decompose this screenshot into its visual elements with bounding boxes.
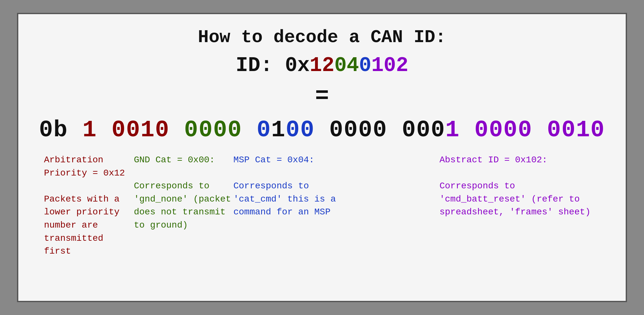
bin-0000-1: 0000 (184, 117, 257, 143)
desc-msp-body: Corresponds to 'cat_cmd' this is a comma… (233, 180, 336, 219)
bin-0: 0 (257, 117, 271, 143)
desc-abstract-body: Corresponds to 'cmd_batt_reset' (refer t… (439, 180, 600, 219)
desc-gnd-heading: GND Cat = 0x00: (134, 154, 233, 167)
bin-1-black: 1 (271, 117, 286, 143)
bin-00: 00 (286, 117, 329, 143)
id-part-04: 04 (334, 54, 359, 77)
desc-abstract-heading: Abstract ID = 0x102: (439, 154, 600, 167)
id-display: ID: 0x12040102 (38, 54, 606, 77)
spacer (336, 154, 439, 258)
bin-1-purple: 1 (445, 117, 474, 143)
desc-arb-heading: Arbitration Priority = 0x12 (44, 154, 134, 180)
desc-arb: Arbitration Priority = 0x12 Packets with… (44, 154, 134, 258)
desc-msp: MSP Cat = 0x04: Corresponds to 'cat_cmd'… (233, 154, 336, 258)
main-card: How to decode a CAN ID: ID: 0x12040102 =… (17, 13, 627, 302)
page-title: How to decode a CAN ID: (38, 27, 606, 48)
bin-1: 1 (83, 117, 111, 143)
desc-abstract: Abstract ID = 0x102: Corresponds to 'cmd… (439, 154, 600, 258)
id-part-102: 102 (371, 54, 408, 77)
bin-0000-2: 0000 (329, 117, 402, 143)
id-part-12: 12 (310, 54, 335, 77)
bin-0000-purple: 0000 (474, 117, 547, 143)
binary-display: 0b 1 0010 0000 0100 0000 0001 0000 0010 (38, 117, 606, 143)
id-part-0: 0 (359, 54, 371, 77)
desc-gnd: GND Cat = 0x00: Corresponds to 'gnd_none… (134, 154, 233, 258)
bin-0010-purple: 0010 (547, 117, 605, 143)
binary-prefix: 0b (39, 117, 83, 143)
descriptions-section: Arbitration Priority = 0x12 Packets with… (38, 154, 606, 258)
bin-0010: 0010 (111, 117, 184, 143)
bin-000: 000 (402, 117, 446, 143)
desc-msp-heading: MSP Cat = 0x04: (233, 154, 336, 167)
id-prefix-text: ID: 0x (236, 54, 309, 77)
desc-arb-body: Packets with a lower priority number are… (44, 193, 134, 258)
equals-sign: = (38, 83, 606, 109)
desc-gnd-body: Corresponds to 'gnd_none' (packet does n… (134, 180, 233, 232)
